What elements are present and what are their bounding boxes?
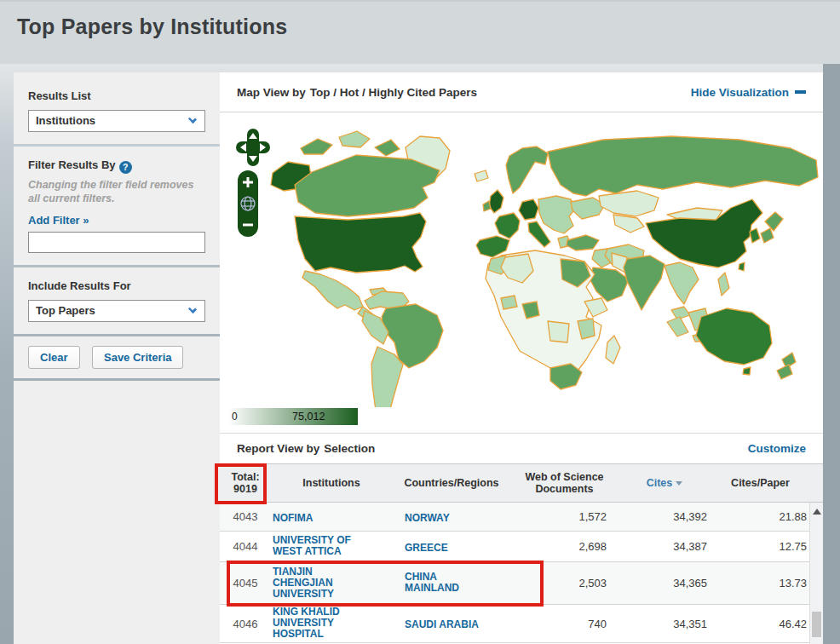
map-region-scandinavia[interactable]: [506, 147, 548, 193]
table-row-highlighted: 4045 TIANJIN CHENGJIAN UNIVERSITY CHINA …: [220, 562, 823, 605]
include-results-section: Include Results For Top Papers: [14, 267, 220, 334]
map-pan-control[interactable]: [235, 128, 271, 167]
hide-visualization-link[interactable]: Hide Visualization: [691, 86, 806, 99]
map-regions: [271, 131, 818, 407]
map-region-tasmania[interactable]: [743, 367, 751, 375]
include-results-label: Include Results For: [28, 279, 205, 292]
country-link[interactable]: NORWAY: [405, 513, 490, 524]
chevron-down-icon: [188, 115, 197, 124]
sidebar-filler: [14, 381, 220, 644]
table-scrollbar[interactable]: [809, 503, 823, 644]
map-region-indonesia[interactable]: [667, 317, 688, 336]
minus-icon: [795, 90, 806, 94]
include-results-value: Top Papers: [36, 304, 95, 317]
results-list-label: Results List: [28, 89, 205, 102]
report-view-header: Report View by Selection Customize: [220, 434, 823, 463]
map-region-new-zealand[interactable]: [777, 365, 792, 379]
cites-per-paper-header: Cites/Paper: [711, 477, 809, 489]
add-filter-link[interactable]: Add Filter »: [28, 214, 205, 227]
map-view-header: Map View by Top / Hot / Highly Cited Pap…: [220, 72, 823, 112]
page-header: Top Papers by Institutions: [0, 0, 840, 64]
map-region-se-asia[interactable]: [665, 262, 699, 304]
criteria-buttons-section: Clear Save Criteria: [14, 336, 220, 378]
map-region-japan[interactable]: [761, 228, 774, 243]
world-choropleth-map[interactable]: [220, 112, 823, 407]
map-legend: 0 75,012: [228, 408, 358, 425]
map-region-arctic-islands[interactable]: [339, 131, 370, 147]
map-region-south-korea[interactable]: [750, 228, 760, 243]
map-view-label: Map View by: [237, 86, 306, 99]
main-panel: Map View by Top / Hot / Highly Cited Pap…: [220, 72, 823, 644]
map-region-australia[interactable]: [696, 308, 772, 365]
total-header: Total: 9019: [220, 471, 271, 495]
map-region-uk[interactable]: [489, 190, 503, 213]
right-margin-strip: [823, 64, 840, 644]
sidebar: Results List Institutions Filter Results…: [14, 72, 220, 644]
map-region-philippines[interactable]: [718, 273, 729, 296]
table-header-row: Total: 9019 Institutions Countries/Regio…: [220, 463, 823, 503]
scrollbar-thumb[interactable]: [812, 612, 821, 637]
map-region-india[interactable]: [624, 256, 665, 310]
legend-min: 0: [232, 411, 238, 423]
institution-link[interactable]: KING KHALID UNIVERSITY HOSPITAL: [273, 607, 366, 640]
map-region-germany[interactable]: [519, 199, 538, 220]
results-list-section: Results List Institutions: [14, 72, 220, 144]
report-view-label: Report View by: [237, 442, 319, 455]
countries-header: Countries/Regions: [392, 477, 511, 489]
map-region-kazakhstan[interactable]: [599, 191, 659, 216]
map-region-japan[interactable]: [765, 212, 783, 231]
scroll-up-icon[interactable]: [813, 509, 821, 515]
map-region-saudi-arabia[interactable]: [590, 267, 629, 302]
map-region-taiwan[interactable]: [739, 262, 745, 271]
map-region-france[interactable]: [495, 213, 520, 239]
table-body: 4043 NOFIMA NORWAY 1,572 34,392 21.88 40…: [220, 503, 823, 644]
page-title: Top Papers by Institutions: [17, 14, 287, 39]
save-criteria-button[interactable]: Save Criteria: [92, 346, 184, 369]
filter-label: Filter Results By?: [28, 158, 205, 174]
table-row: 4046 KING KHALID UNIVERSITY HOSPITAL SAU…: [220, 605, 823, 643]
filter-section: Filter Results By? Changing the filter f…: [14, 147, 220, 265]
cites-sort-header[interactable]: Cites: [618, 477, 711, 489]
map-region-usa[interactable]: [295, 213, 426, 273]
institution-link[interactable]: TIANJIN CHENGJIAN UNIVERSITY: [273, 566, 366, 600]
map-region-spain[interactable]: [476, 236, 509, 257]
map-region-central-asia[interactable]: [613, 215, 644, 233]
map-region-iceland[interactable]: [475, 170, 488, 181]
map-region-congo[interactable]: [548, 321, 569, 342]
include-results-select[interactable]: Top Papers: [28, 300, 205, 322]
chevron-down-icon: [188, 305, 197, 313]
map-region-turkey[interactable]: [567, 235, 599, 250]
map-region-arctic-islands[interactable]: [375, 140, 400, 156]
map-region-horn-of-africa[interactable]: [584, 298, 607, 317]
help-icon[interactable]: ?: [119, 161, 132, 174]
report-view-title: Selection: [324, 442, 375, 455]
map-region-eastern-europe[interactable]: [538, 196, 576, 233]
sort-caret-icon: [676, 481, 682, 486]
country-link[interactable]: SAUDI ARABIA: [405, 619, 490, 630]
results-list-select[interactable]: Institutions: [28, 110, 205, 132]
institution-link[interactable]: UNIVERSITY OF WEST ATTICA: [273, 535, 366, 557]
map-region-madagascar[interactable]: [606, 336, 620, 364]
legend-max: 75,012: [292, 411, 325, 423]
map-view-title: Top / Hot / Highly Cited Papers: [310, 86, 477, 99]
map-zoom-control[interactable]: [238, 170, 258, 237]
filter-note: Changing the filter field removes all cu…: [28, 179, 205, 205]
table-row: 4044 UNIVERSITY OF WEST ATTICA GREECE 2,…: [220, 532, 823, 562]
map-region-russia[interactable]: [548, 136, 818, 196]
clear-button[interactable]: Clear: [28, 346, 80, 369]
map-region-canada[interactable]: [295, 155, 440, 216]
filter-input[interactable]: [28, 232, 205, 253]
country-link[interactable]: CHINA MAINLAND: [405, 572, 490, 594]
results-list-value: Institutions: [36, 114, 95, 127]
map-region-mexico[interactable]: [302, 271, 363, 310]
table-row: 4043 NOFIMA NORWAY 1,572 34,392 21.88: [220, 503, 823, 532]
map-region-ireland[interactable]: [483, 201, 491, 211]
wos-documents-header: Web of Science Documents: [511, 471, 618, 495]
country-link[interactable]: GREECE: [405, 543, 490, 554]
map-area: 0 75,012: [220, 112, 823, 434]
map-region-arctic-islands[interactable]: [301, 139, 332, 154]
map-region-west-africa[interactable]: [501, 296, 517, 309]
institutions-header: Institutions: [271, 477, 392, 489]
institution-link[interactable]: NOFIMA: [273, 513, 366, 524]
customize-link[interactable]: Customize: [748, 442, 806, 455]
